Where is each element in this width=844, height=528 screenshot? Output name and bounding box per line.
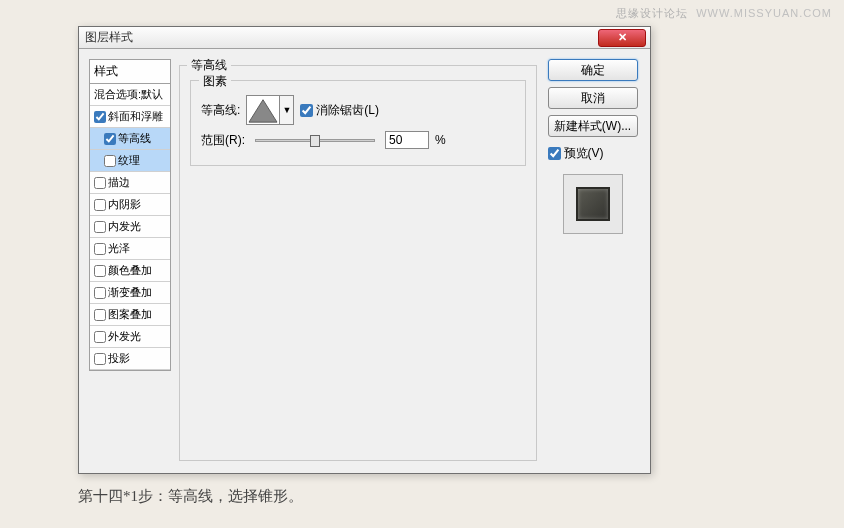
svg-marker-0 (249, 100, 277, 122)
style-checkbox[interactable] (94, 243, 106, 255)
style-item[interactable]: 渐变叠加 (90, 282, 170, 304)
contour-dropdown-arrow[interactable]: ▼ (280, 95, 294, 125)
style-label: 外发光 (108, 329, 141, 344)
title-bar[interactable]: 图层样式 ✕ (79, 27, 650, 49)
style-item[interactable]: 投影 (90, 348, 170, 370)
section-title: 等高线 (187, 57, 231, 74)
new-style-button[interactable]: 新建样式(W)... (548, 115, 638, 137)
contour-picker[interactable] (246, 95, 280, 125)
style-item[interactable]: 颜色叠加 (90, 260, 170, 282)
style-item[interactable]: 内阴影 (90, 194, 170, 216)
preview-input[interactable] (548, 147, 561, 160)
styles-panel: 样式 混合选项:默认斜面和浮雕等高线纹理描边内阴影内发光光泽颜色叠加渐变叠加图案… (89, 59, 171, 463)
style-item[interactable]: 内发光 (90, 216, 170, 238)
antialias-input[interactable] (300, 104, 313, 117)
dialog-title: 图层样式 (85, 29, 133, 46)
style-label: 纹理 (118, 153, 140, 168)
style-label: 光泽 (108, 241, 130, 256)
step-caption: 第十四*1步：等高线，选择锥形。 (78, 487, 303, 506)
style-checkbox[interactable] (94, 111, 106, 123)
style-checkbox[interactable] (94, 265, 106, 277)
style-label: 描边 (108, 175, 130, 190)
antialias-checkbox[interactable]: 消除锯齿(L) (300, 102, 379, 119)
style-checkbox[interactable] (104, 133, 116, 145)
style-checkbox[interactable] (94, 353, 106, 365)
chevron-down-icon: ▼ (282, 105, 291, 115)
style-item[interactable]: 光泽 (90, 238, 170, 260)
watermark: 思缘设计论坛 WWW.MISSYUAN.COM (616, 6, 832, 21)
style-label: 内发光 (108, 219, 141, 234)
layer-style-dialog: 图层样式 ✕ 样式 混合选项:默认斜面和浮雕等高线纹理描边内阴影内发光光泽颜色叠… (78, 26, 651, 474)
elements-group: 图素 等高线: ▼ (190, 80, 526, 166)
style-item[interactable]: 纹理 (90, 150, 170, 172)
range-label: 范围(R): (201, 132, 245, 149)
close-icon: ✕ (618, 31, 627, 44)
style-checkbox[interactable] (104, 155, 116, 167)
style-label: 颜色叠加 (108, 263, 152, 278)
range-unit: % (435, 133, 446, 147)
style-checkbox[interactable] (94, 331, 106, 343)
style-label: 斜面和浮雕 (108, 109, 163, 124)
style-checkbox[interactable] (94, 309, 106, 321)
contour-label: 等高线: (201, 102, 240, 119)
preview-thumbnail (563, 174, 623, 234)
style-checkbox[interactable] (94, 177, 106, 189)
preview-swatch (576, 187, 610, 221)
right-panel: 确定 取消 新建样式(W)... 预览(V) (545, 59, 640, 463)
group-title: 图素 (199, 73, 231, 90)
style-item[interactable]: 外发光 (90, 326, 170, 348)
style-label: 投影 (108, 351, 130, 366)
style-label: 内阴影 (108, 197, 141, 212)
style-label: 混合选项:默认 (94, 87, 163, 102)
range-input[interactable] (385, 131, 429, 149)
range-slider[interactable] (255, 139, 375, 142)
style-checkbox[interactable] (94, 221, 106, 233)
style-checkbox[interactable] (94, 287, 106, 299)
style-label: 渐变叠加 (108, 285, 152, 300)
styles-list: 混合选项:默认斜面和浮雕等高线纹理描边内阴影内发光光泽颜色叠加渐变叠加图案叠加外… (89, 83, 171, 371)
cancel-button[interactable]: 取消 (548, 87, 638, 109)
style-checkbox[interactable] (94, 199, 106, 211)
style-item[interactable]: 斜面和浮雕 (90, 106, 170, 128)
style-label: 图案叠加 (108, 307, 152, 322)
style-item[interactable]: 混合选项:默认 (90, 84, 170, 106)
style-item[interactable]: 图案叠加 (90, 304, 170, 326)
style-item[interactable]: 等高线 (90, 128, 170, 150)
styles-header[interactable]: 样式 (89, 59, 171, 83)
slider-thumb[interactable] (310, 135, 320, 147)
close-button[interactable]: ✕ (598, 29, 646, 47)
preview-checkbox[interactable]: 预览(V) (548, 145, 638, 162)
ok-button[interactable]: 确定 (548, 59, 638, 81)
style-item[interactable]: 描边 (90, 172, 170, 194)
center-panel: 等高线 图素 等高线: ▼ (179, 59, 537, 463)
style-label: 等高线 (118, 131, 151, 146)
